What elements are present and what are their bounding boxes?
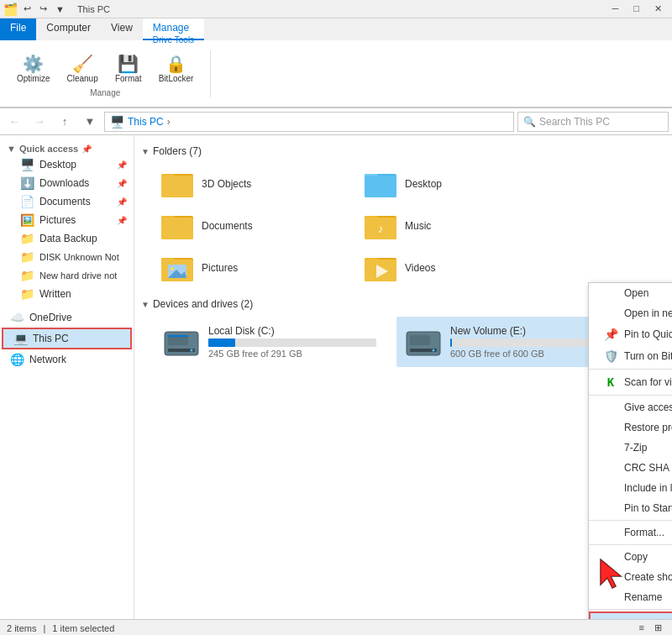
network-icon: 🌐 — [10, 353, 24, 366]
folder-documents[interactable]: Documents — [155, 206, 356, 246]
folder-videos-label: Videos — [405, 262, 435, 274]
folder-desktop[interactable]: Desktop — [358, 164, 559, 204]
ctx-sep-2 — [589, 395, 672, 396]
tab-drivetools[interactable]: Manage Drive Tools — [143, 18, 204, 40]
dropdown-icon[interactable]: ▼ — [53, 3, 67, 15]
drives-grid: Local Disk (C:) 245 GB free of 291 GB — [141, 317, 665, 367]
ctx-crcsha[interactable]: CRC SHA ► — [589, 458, 672, 478]
databackup-icon: 📁 — [20, 232, 34, 245]
ctx-give-access[interactable]: Give access to ► — [589, 397, 672, 417]
undo-icon[interactable]: ↩ — [21, 3, 34, 15]
ctx-pin-start[interactable]: Pin to Start — [589, 498, 672, 518]
ctx-scan-viruses[interactable]: K Scan for viruses — [589, 371, 672, 393]
search-icon: 🔍 — [523, 116, 536, 128]
ctx-copy[interactable]: Copy — [589, 547, 672, 567]
ribbon-content: ⚙️ Optimize 🧹 Cleanup 💾 Format 🔒 BitLock… — [0, 40, 672, 108]
drive-c[interactable]: Local Disk (C:) 245 GB free of 291 GB — [155, 317, 390, 367]
sidebar-item-onedrive[interactable]: ☁️ OneDrive — [0, 308, 134, 327]
sidebar-item-newhdd[interactable]: 📁 New hard drive not — [0, 266, 134, 285]
tab-file[interactable]: File — [0, 18, 36, 40]
svg-text:♪: ♪ — [378, 222, 384, 235]
sidebar-item-pictures[interactable]: 🖼️ Pictures 📌 — [0, 211, 134, 229]
view-details-icon[interactable]: ≡ — [636, 621, 648, 635]
maximize-button[interactable]: □ — [627, 2, 646, 16]
quickaccess-chevron[interactable]: ▼ — [7, 144, 16, 154]
folders-chevron: ▼ — [141, 147, 150, 156]
context-menu: Open Open in new window 📌 Pin to Quick a… — [588, 282, 672, 619]
ribbon-btn-bitlocker[interactable]: 🔒 BitLocker — [152, 50, 201, 87]
folder-documents-label: Documents — [202, 220, 253, 232]
ctx-include-library[interactable]: Include in library ► — [589, 478, 672, 498]
optimize-icon: ⚙️ — [23, 54, 44, 74]
onedrive-icon: ☁️ — [10, 311, 24, 324]
view-tiles-icon[interactable]: ⊞ — [651, 621, 665, 635]
window-icon: 🗂️ — [3, 3, 18, 16]
folders-section-header[interactable]: ▼ Folders (7) — [141, 145, 665, 157]
folder-pictures[interactable]: Pictures — [155, 248, 356, 288]
ctx-restore-versions[interactable]: Restore previous versions — [589, 417, 672, 438]
path-separator: › — [167, 116, 171, 128]
svg-rect-8 — [161, 218, 193, 239]
window-title: This PC — [77, 4, 110, 14]
ctx-create-shortcut[interactable]: Create shortcut — [589, 567, 672, 587]
folders-section-title: Folders (7) — [153, 145, 202, 157]
ctx-pin-icon: 📌 — [602, 328, 619, 341]
ribbon-group-label: Manage — [90, 88, 120, 97]
drive-e-bar-fill — [450, 338, 452, 347]
address-path[interactable]: 🖥️ This PC › — [104, 112, 514, 132]
sidebar-item-desktop[interactable]: 🖥️ Desktop 📌 — [0, 155, 134, 174]
ctx-sep-4 — [589, 544, 672, 545]
ribbon-btn-optimize[interactable]: ⚙️ Optimize — [10, 50, 56, 87]
address-bar: ← → ↑ ▼ 🖥️ This PC › 🔍 Search This PC — [0, 108, 672, 135]
sidebar-item-downloads[interactable]: ⬇️ Downloads 📌 — [0, 174, 134, 192]
up-button[interactable]: ↑ — [54, 111, 76, 133]
ctx-rename[interactable]: Rename — [589, 587, 672, 607]
svg-rect-33 — [410, 335, 430, 345]
pin-icon: 📌 — [81, 144, 92, 154]
ribbon-btn-format[interactable]: 💾 Format — [108, 50, 149, 87]
folder-3dobjects[interactable]: 3D Objects — [155, 164, 356, 204]
redo-icon[interactable]: ↪ — [37, 3, 50, 15]
tab-computer[interactable]: Computer — [36, 18, 101, 40]
back-button[interactable]: ← — [3, 111, 25, 133]
title-bar-left: 🗂️ ↩ ↪ ▼ This PC — [3, 3, 110, 16]
sidebar-section-quickaccess: ▼ Quick access 📌 — [0, 139, 134, 155]
folder-videos[interactable]: Videos — [358, 248, 559, 288]
sidebar-item-diskunknown[interactable]: 📁 DISK Unknown Not — [0, 248, 134, 266]
search-box[interactable]: 🔍 Search This PC — [517, 112, 669, 132]
folders-grid: 3D Objects Desktop Documents ♪ — [141, 164, 665, 288]
path-thispc[interactable]: This PC — [128, 116, 164, 128]
ctx-bitlocker[interactable]: 🛡️ Turn on BitLocker — [589, 345, 672, 367]
ctx-pin-quick[interactable]: 📌 Pin to Quick access — [589, 323, 672, 345]
ctx-bitlocker-icon: 🛡️ — [602, 349, 619, 363]
forward-button[interactable]: → — [29, 111, 50, 133]
ctx-7zip[interactable]: 7-Zip ► — [589, 438, 672, 458]
recent-button[interactable]: ▼ — [79, 111, 101, 133]
title-bar: 🗂️ ↩ ↪ ▼ This PC ─ □ ✕ — [0, 0, 672, 18]
folder-music[interactable]: ♪ Music — [358, 206, 559, 246]
cleanup-icon: 🧹 — [72, 54, 93, 74]
sidebar-item-written[interactable]: 📁 Written — [0, 285, 134, 303]
ribbon-group-manage: ⚙️ Optimize 🧹 Cleanup 💾 Format 🔒 BitLock… — [10, 50, 211, 97]
drives-section-header[interactable]: ▼ Devices and drives (2) — [141, 298, 665, 310]
drive-c-info: Local Disk (C:) 245 GB free of 291 GB — [208, 325, 383, 359]
ctx-sep-3 — [589, 520, 672, 521]
ctx-open-new-window[interactable]: Open in new window — [589, 303, 672, 323]
sidebar-item-documents[interactable]: 📄 Documents 📌 — [0, 192, 134, 211]
minimize-button[interactable]: ─ — [606, 2, 626, 16]
ctx-open[interactable]: Open — [589, 283, 672, 303]
drive-c-icon-wrap — [161, 322, 202, 362]
sidebar-item-thispc[interactable]: 💻 This PC — [2, 328, 132, 349]
sidebar-item-network[interactable]: 🌐 Network — [0, 350, 134, 369]
svg-rect-2 — [161, 176, 193, 197]
written-icon: 📁 — [20, 287, 34, 301]
close-button[interactable]: ✕ — [648, 2, 669, 16]
tab-view[interactable]: View — [101, 18, 143, 40]
ctx-format[interactable]: Format... — [589, 522, 672, 543]
sidebar-item-databackup[interactable]: 📁 Data Backup — [0, 229, 134, 248]
ribbon-btn-cleanup[interactable]: 🧹 Cleanup — [60, 50, 104, 87]
folder-3dobjects-label: 3D Objects — [202, 178, 251, 190]
ctx-properties[interactable]: Properties — [589, 611, 672, 619]
drive-c-name: Local Disk (C:) — [208, 325, 383, 337]
diskunknown-icon: 📁 — [20, 250, 34, 264]
